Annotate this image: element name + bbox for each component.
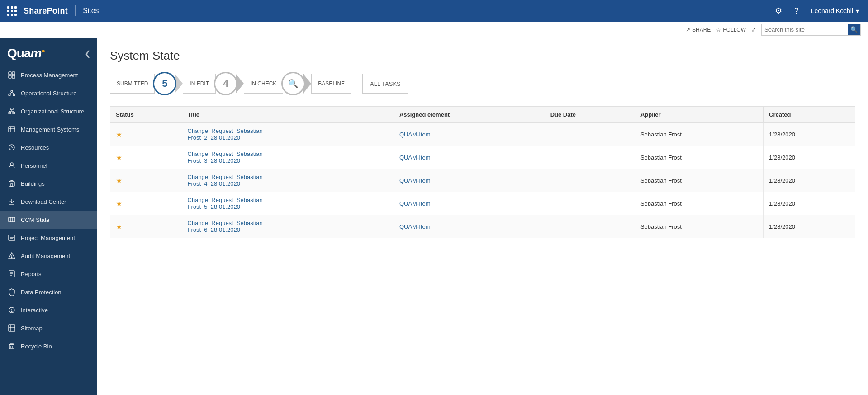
sidebar-item-personnel[interactable]: Personnel <box>0 156 97 174</box>
fullscreen-button[interactable]: ⤢ <box>751 27 756 33</box>
share-button[interactable]: ↗ SHARE <box>686 27 711 33</box>
cell-due-date <box>545 215 635 238</box>
user-menu[interactable]: Leonard Köchli ▾ <box>807 5 863 16</box>
sidebar-item-resources[interactable]: Resources <box>0 138 97 156</box>
data-table: Status Title Assigned element Due Date A… <box>110 106 855 238</box>
in-edit-count[interactable]: 4 <box>214 72 237 95</box>
settings-icon[interactable]: ⚙ <box>771 4 786 18</box>
personnel-icon <box>7 161 16 170</box>
in-check-search-icon[interactable]: 🔍 <box>281 72 305 95</box>
cell-title: Change_Request_SebastianFrost_2_28.01.20… <box>182 123 394 146</box>
cell-title: Change_Request_SebastianFrost_5_28.01.20… <box>182 192 394 215</box>
title-link[interactable]: Change_Request_SebastianFrost_3_28.01.20… <box>188 150 263 164</box>
sidebar-item-audit-management[interactable]: Audit Management <box>0 247 97 265</box>
status-star-icon: ★ <box>116 131 122 138</box>
svg-rect-10 <box>9 112 11 114</box>
sidebar-item-label-management-systems: Management Systems <box>21 126 79 133</box>
cell-assigned: QUAM-Item <box>394 192 545 215</box>
workflow-step-in-check: IN CHECK 🔍 <box>244 74 303 94</box>
sidebar-item-label-process-management: Process Management <box>21 72 78 79</box>
sidebar-item-ccm-state[interactable]: CCM State <box>0 211 97 229</box>
sidebar-nav: Process Management Operational Structure <box>0 66 97 395</box>
assigned-link[interactable]: QUAM-Item <box>399 177 431 184</box>
sidebar-item-label-personnel: Personnel <box>21 162 47 169</box>
ccm-state-icon <box>7 215 16 224</box>
assigned-link[interactable]: QUAM-Item <box>399 131 431 138</box>
sidebar-item-recycle-bin[interactable]: Recycle Bin <box>0 337 97 355</box>
col-assigned: Assigned element <box>394 107 545 123</box>
sidebar-item-download-center[interactable]: Download Center <box>0 193 97 211</box>
download-center-icon <box>7 197 16 206</box>
status-star-icon: ★ <box>116 200 122 207</box>
sidebar-item-label-project-management: Project Management <box>21 235 75 241</box>
sidebar-item-label-organizational-structure: Organizational Structure <box>21 108 84 115</box>
cell-applier: Sebastian Frost <box>635 215 763 238</box>
title-link[interactable]: Change_Request_SebastianFrost_2_28.01.20… <box>188 127 263 141</box>
sidebar-item-organizational-structure[interactable]: Organizational Structure <box>0 102 97 120</box>
table-row: ★ Change_Request_SebastianFrost_3_28.01.… <box>110 146 855 169</box>
follow-icon: ☆ <box>716 27 721 33</box>
search-box: 🔍 <box>761 24 861 36</box>
table-header-row: Status Title Assigned element Due Date A… <box>110 107 855 123</box>
svg-rect-11 <box>13 112 15 114</box>
follow-button[interactable]: ☆ FOLLOW <box>716 27 746 33</box>
sidebar-item-process-management[interactable]: Process Management <box>0 66 97 84</box>
data-protection-icon <box>7 287 16 296</box>
assigned-link[interactable]: QUAM-Item <box>399 154 431 161</box>
workflow-bar: SUBMITTED 5 IN EDIT 4 IN CHECK 🔍 BASELIN… <box>110 74 855 94</box>
cell-due-date <box>545 146 635 169</box>
search-input[interactable] <box>762 24 848 35</box>
title-link[interactable]: Change_Request_SebastianFrost_6_28.01.20… <box>188 220 263 233</box>
title-link[interactable]: Change_Request_SebastianFrost_5_28.01.20… <box>188 197 263 210</box>
workflow-step-baseline: BASELINE <box>311 74 351 94</box>
sidebar-item-data-protection[interactable]: Data Protection <box>0 283 97 301</box>
submitted-count[interactable]: 5 <box>153 72 176 95</box>
sidebar-item-project-management[interactable]: Project Management <box>0 229 97 247</box>
svg-rect-0 <box>9 72 11 75</box>
all-tasks-button[interactable]: ALL TASKS <box>362 74 408 94</box>
baseline-label[interactable]: BASELINE <box>311 74 351 94</box>
process-management-icon <box>7 71 16 80</box>
cell-status: ★ <box>110 215 182 238</box>
submitted-label[interactable]: SUBMITTED <box>110 74 155 94</box>
logo-text: Quam● <box>7 46 45 61</box>
sidebar-item-sitemap[interactable]: Sitemap <box>0 319 97 337</box>
sidebar-item-label-download-center: Download Center <box>21 198 66 205</box>
title-link[interactable]: Change_Request_SebastianFrost_4_28.01.20… <box>188 174 263 187</box>
sidebar-item-buildings[interactable]: Buildings <box>0 174 97 193</box>
cell-applier: Sebastian Frost <box>635 169 763 192</box>
fullscreen-icon: ⤢ <box>751 27 756 33</box>
table-row: ★ Change_Request_SebastianFrost_5_28.01.… <box>110 192 855 215</box>
sidebar-item-operational-structure[interactable]: Operational Structure <box>0 84 97 102</box>
sidebar-collapse-button[interactable]: ❮ <box>82 48 93 59</box>
top-bar-divider <box>75 5 76 16</box>
grid-icon[interactable] <box>5 5 18 17</box>
col-applier: Applier <box>635 107 763 123</box>
audit-management-icon <box>7 251 16 260</box>
svg-point-22 <box>10 163 13 165</box>
assigned-link[interactable]: QUAM-Item <box>399 200 431 207</box>
in-edit-label[interactable]: IN EDIT <box>183 74 216 94</box>
cell-assigned: QUAM-Item <box>394 123 545 146</box>
in-check-label[interactable]: IN CHECK <box>244 74 283 94</box>
sidebar-item-label-data-protection: Data Protection <box>21 289 62 296</box>
sites-label[interactable]: Sites <box>83 7 99 15</box>
workflow-step-submitted: SUBMITTED 5 <box>110 74 175 94</box>
assigned-link[interactable]: QUAM-Item <box>399 223 431 230</box>
svg-rect-45 <box>9 325 15 331</box>
cell-status: ★ <box>110 146 182 169</box>
svg-rect-16 <box>9 127 15 132</box>
svg-rect-26 <box>11 184 13 186</box>
search-button[interactable]: 🔍 <box>848 24 860 35</box>
help-icon[interactable]: ? <box>789 4 804 18</box>
sidebar-item-interactive[interactable]: Interactive <box>0 301 97 319</box>
cell-created: 1/28/2020 <box>764 169 855 192</box>
sidebar-item-reports[interactable]: Reports <box>0 265 97 283</box>
svg-rect-2 <box>9 75 11 78</box>
cell-applier: Sebastian Frost <box>635 192 763 215</box>
cell-assigned: QUAM-Item <box>394 215 545 238</box>
svg-rect-3 <box>12 75 15 78</box>
sitemap-icon <box>7 324 16 333</box>
sidebar-item-management-systems[interactable]: Management Systems <box>0 120 97 138</box>
sidebar-item-label-resources: Resources <box>21 144 49 151</box>
